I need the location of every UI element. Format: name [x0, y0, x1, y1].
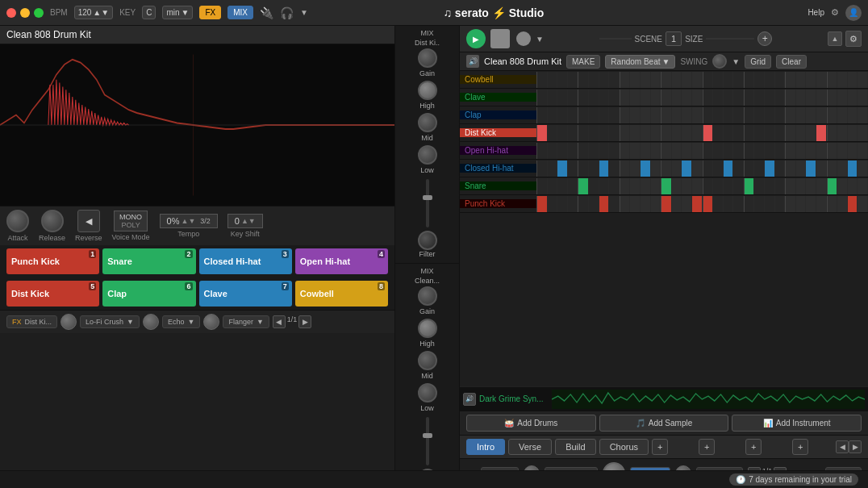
drum-cell[interactable]: [775, 178, 786, 194]
drum-cell[interactable]: [589, 90, 599, 106]
drum-cell[interactable]: [703, 125, 714, 141]
drum-cell[interactable]: [641, 90, 651, 106]
drum-cell[interactable]: [641, 143, 651, 159]
drum-cell[interactable]: [589, 125, 599, 141]
drum-cell[interactable]: [785, 178, 796, 194]
drum-cell[interactable]: [682, 125, 692, 141]
drum-cell[interactable]: [692, 143, 703, 159]
drum-cell[interactable]: [672, 90, 682, 106]
drum-cell[interactable]: [754, 90, 765, 106]
next-page-btn[interactable]: ▶: [298, 315, 311, 328]
key-control[interactable]: C: [142, 6, 156, 19]
drum-cell[interactable]: [568, 196, 578, 212]
drum-cell[interactable]: [548, 125, 558, 141]
drum-cell[interactable]: [733, 178, 744, 194]
drum-cell[interactable]: [837, 178, 848, 194]
drum-cell[interactable]: [672, 161, 682, 177]
drum-cell[interactable]: [796, 196, 807, 212]
drum-cell[interactable]: [589, 178, 599, 194]
drum-cell[interactable]: [816, 72, 827, 88]
drum-cell[interactable]: [806, 178, 816, 194]
drum-cell[interactable]: [630, 196, 641, 212]
mute-waveform-btn[interactable]: 🔊: [463, 393, 476, 406]
drum-cell[interactable]: [661, 72, 672, 88]
drum-cell[interactable]: [599, 107, 610, 123]
drum-cell[interactable]: [744, 161, 755, 177]
drum-cell[interactable]: [620, 125, 631, 141]
drum-cell[interactable]: [724, 72, 734, 88]
add-instrument-btn[interactable]: 📊 Add Instrument: [732, 415, 862, 432]
drum-cell[interactable]: [765, 72, 775, 88]
drum-cell[interactable]: [724, 107, 734, 123]
reverse-btn[interactable]: ◀: [77, 210, 100, 232]
add-drums-btn[interactable]: 🥁 Add Drums: [466, 415, 596, 432]
drum-cell[interactable]: [848, 196, 858, 212]
drum-cell[interactable]: [536, 107, 548, 123]
drum-cell[interactable]: [724, 178, 734, 194]
drum-cell[interactable]: [609, 161, 620, 177]
drum-cell[interactable]: [796, 90, 807, 106]
pad-dist-kick[interactable]: Dist Kick 5: [6, 281, 99, 307]
drum-cell[interactable]: [672, 125, 682, 141]
drum-cell[interactable]: [672, 196, 682, 212]
drum-cell[interactable]: [548, 161, 558, 177]
drum-cell[interactable]: [682, 143, 692, 159]
drum-cell[interactable]: [785, 107, 796, 123]
drum-cell[interactable]: [578, 196, 589, 212]
drum-cell[interactable]: [557, 143, 568, 159]
drum-cell[interactable]: [827, 143, 838, 159]
drum-cell[interactable]: [858, 90, 868, 106]
drum-cell[interactable]: [651, 161, 661, 177]
drum-cell[interactable]: [858, 161, 868, 177]
drum-cell[interactable]: [682, 72, 692, 88]
drum-cell[interactable]: [827, 178, 838, 194]
drum-cell[interactable]: [713, 107, 724, 123]
drum-cell[interactable]: [599, 178, 610, 194]
drum-cell[interactable]: [568, 143, 578, 159]
drum-cell[interactable]: [837, 90, 848, 106]
mute-kit-btn[interactable]: 🔊: [466, 55, 479, 68]
drum-cell[interactable]: [827, 72, 838, 88]
drum-cell[interactable]: [744, 107, 755, 123]
drum-cell[interactable]: [599, 125, 610, 141]
drum-cell[interactable]: [589, 196, 599, 212]
drum-cell[interactable]: [599, 143, 610, 159]
drum-cell[interactable]: [858, 196, 868, 212]
drum-cell[interactable]: [682, 90, 692, 106]
fx-knob-2[interactable]: [143, 314, 159, 330]
drum-cell[interactable]: [599, 196, 610, 212]
drum-cell[interactable]: [557, 125, 568, 141]
scale-control[interactable]: min ▼: [162, 6, 193, 19]
drum-cell[interactable]: [692, 161, 703, 177]
drum-cell[interactable]: [733, 161, 744, 177]
drum-cell[interactable]: [557, 178, 568, 194]
drum-cell[interactable]: [744, 72, 755, 88]
drum-cell[interactable]: [733, 125, 744, 141]
drum-cell[interactable]: [827, 90, 838, 106]
drum-cell[interactable]: [589, 161, 599, 177]
drum-cell[interactable]: [733, 107, 744, 123]
drum-cell[interactable]: [641, 125, 651, 141]
drum-cell[interactable]: [765, 196, 775, 212]
intro-btn[interactable]: Intro: [466, 439, 505, 455]
gain-knob-1[interactable]: [418, 48, 437, 68]
record-button[interactable]: [516, 31, 531, 46]
drum-cell[interactable]: [724, 143, 734, 159]
drum-cell[interactable]: [785, 196, 796, 212]
build-btn[interactable]: Build: [555, 439, 595, 455]
drum-cell[interactable]: [682, 178, 692, 194]
add-section-3[interactable]: +: [745, 439, 762, 455]
drum-cell[interactable]: [620, 72, 631, 88]
drum-cell[interactable]: [557, 72, 568, 88]
drum-cell[interactable]: [837, 125, 848, 141]
drum-cell[interactable]: [578, 125, 589, 141]
drum-cell[interactable]: [682, 161, 692, 177]
drum-cell[interactable]: [827, 161, 838, 177]
drum-cell[interactable]: [765, 161, 775, 177]
drum-cell[interactable]: [816, 143, 827, 159]
drum-cell[interactable]: [785, 161, 796, 177]
drum-cell[interactable]: [548, 72, 558, 88]
drum-cell[interactable]: [816, 196, 827, 212]
drum-cell[interactable]: [848, 178, 858, 194]
drum-cell[interactable]: [641, 72, 651, 88]
